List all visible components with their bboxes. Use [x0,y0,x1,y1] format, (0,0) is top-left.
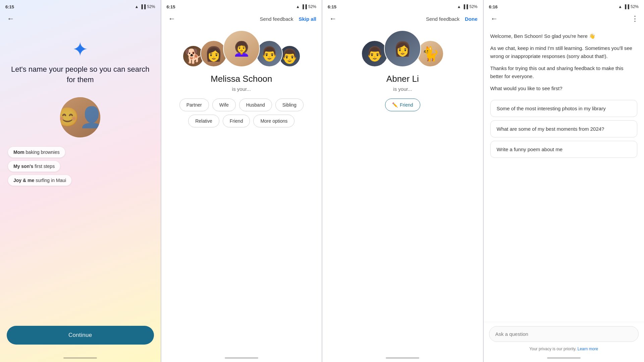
face-emoji-abner-1: 👨 [362,41,387,66]
face-thumb-3: 👨 [256,40,283,67]
nav-actions-3: Send feedback Done [426,16,478,22]
rel-relative[interactable]: Relative [188,115,219,127]
face-emoji-2: 👩 [201,41,226,66]
welcome-line1: Welcome, Ben Schoon! So glad you're here… [490,32,638,40]
face-thumb-2: 👩 [200,40,227,67]
nav-bar-1: ← [0,12,161,27]
battery-icon-4: 52% [631,4,639,9]
time-1: 6:15 [5,4,14,9]
rel-husband[interactable]: Husband [239,99,272,111]
learn-more-link[interactable]: Learn more [578,347,598,351]
signal-icon-2: ▐▐ [301,4,307,9]
abner-name: Abner Li [386,74,419,84]
skip-all-button[interactable]: Skip all [299,16,316,22]
wifi-icon-3: ▲ [457,4,461,9]
privacy-note: Your privacy is our priority. Learn more [484,345,644,355]
abner-is-your: is your... [393,86,412,92]
more-options-button[interactable]: ⋮ [631,14,639,23]
face-thumb-abner-1: 👨 [361,40,388,67]
signal-icon-1: ▐▐ [140,4,146,9]
suggestion-moments[interactable]: What are some of my best moments from 20… [490,120,638,137]
screen1-main-content: Let's name your people so you can search… [0,27,161,320]
status-bar-2: 6:15 ▲ ▐▐ 52% [161,0,322,12]
rel-wife[interactable]: Wife [212,99,236,111]
status-bar-4: 6:16 ▲ ▐▐ 52% [484,0,644,12]
status-icons-2: ▲ ▐▐ 52% [296,4,316,9]
caption-rest-2: first steps [33,164,55,169]
status-bar-3: 6:15 ▲ ▐▐ 52% [322,0,483,12]
back-button-2[interactable]: ← [167,13,177,24]
avatar-face: 😊 [60,97,100,137]
melissa-relationship-options: Partner Wife Husband Sibling Relative Fr… [168,99,315,127]
done-button[interactable]: Done [465,16,478,22]
gemini-star-icon [71,40,89,58]
face-thumb-abner-main: 👩 [384,30,421,67]
nav-bar-2: ← Send feedback Skip all [161,12,322,27]
send-feedback-button-2[interactable]: Send feedback [260,16,293,22]
back-button-4[interactable]: ← [489,13,500,24]
send-feedback-button-3[interactable]: Send feedback [426,16,460,22]
rel-friend-melissa[interactable]: Friend [223,115,250,127]
caption-rest-1: baking brownies [24,149,60,155]
rel-more-options[interactable]: More options [253,115,294,127]
welcome-line3: Thanks for trying this out and sharing f… [490,64,638,80]
status-bar-1: 6:15 ▲ ▐▐ 52% [0,0,161,12]
abner-relationship-options: ✏️ Friend [385,99,420,111]
signal-icon-3: ▐▐ [462,4,468,9]
faces-row-melissa: 🐕 👩 👩‍🦱 👨 👨 [168,30,315,67]
suggestion-poem[interactable]: Write a funny poem about me [490,141,638,158]
caption-tag-son: My son's first steps [8,161,60,172]
privacy-text: Your privacy is our priority. [529,347,576,351]
back-button-3[interactable]: ← [328,13,338,24]
back-arrow-icon-3: ← [329,14,337,23]
nav-actions-2: Send feedback Skip all [260,16,316,22]
faces-row-abner: 👨 👩 🐈 [329,30,476,67]
screen1-bottom: Continue [0,320,161,355]
caption-tags-container: Mom baking brownies My son's first steps… [8,147,153,186]
chat-input-area [484,322,644,345]
battery-icon-3: 52% [469,4,477,9]
rel-friend-abner-label: Friend [400,102,413,108]
battery-icon-2: 52% [308,4,316,9]
screen1-title: Let's name your people so you can search… [8,64,153,85]
face-emoji-abner-main: 👩 [385,31,420,66]
suggestion-photos[interactable]: Some of the most interesting photos in m… [490,100,638,117]
back-button-1[interactable]: ← [5,13,16,24]
face-thumb-melissa: 👩‍🦱 [223,30,260,67]
rel-friend-abner[interactable]: ✏️ Friend [385,99,420,111]
rel-sibling[interactable]: Sibling [275,99,304,111]
main-avatar: 😊 [60,97,100,137]
back-arrow-icon-2: ← [168,14,176,23]
face-emoji-melissa: 👩‍🦱 [224,31,259,66]
screen-name-people: 6:15 ▲ ▐▐ 52% ← Let's name your people s… [0,0,161,362]
back-arrow-icon-4: ← [491,14,498,23]
suggestion-cards: Some of the most interesting photos in m… [490,100,638,158]
wifi-icon-2: ▲ [296,4,300,9]
abner-content: 👨 👩 🐈 Abner Li is your... ✏️ Friend [322,27,483,355]
home-indicator-4 [547,357,581,359]
status-icons-3: ▲ ▐▐ 52% [457,4,478,9]
chat-input[interactable] [489,326,639,342]
continue-button[interactable]: Continue [7,326,154,345]
time-3: 6:15 [328,4,336,9]
rel-partner[interactable]: Partner [179,99,209,111]
home-indicator-1 [63,357,97,359]
screen-abner: 6:15 ▲ ▐▐ 52% ← Send feedback Done 👨 [322,0,483,362]
caption-highlight-1: Mom [13,149,24,155]
wifi-icon-1: ▲ [135,4,139,9]
chat-content: Welcome, Ben Schoon! So glad you're here… [484,27,644,322]
time-2: 6:15 [167,4,175,9]
face-thumb-abner-2: 🐈 [417,40,444,67]
caption-highlight-2: My son's [13,164,33,169]
wifi-icon-4: ▲ [618,4,622,9]
welcome-text: Welcome, Ben Schoon! So glad you're here… [490,32,638,93]
time-4: 6:16 [489,4,498,9]
caption-tag-joy: Joy & me surfing in Maui [8,175,71,186]
melissa-is-your: is your... [232,86,251,92]
home-indicator-2 [225,357,258,359]
battery-icon-1: 52% [147,4,155,9]
caption-rest-3: surfing in Maui [34,178,66,183]
welcome-line2: As we chat, keep in mind I'm still learn… [490,44,638,60]
face-emoji-3: 👨 [257,41,282,66]
screen-chat: 6:16 ▲ ▐▐ 52% ← ⋮ Welcome, Ben Schoon! S… [484,0,644,362]
